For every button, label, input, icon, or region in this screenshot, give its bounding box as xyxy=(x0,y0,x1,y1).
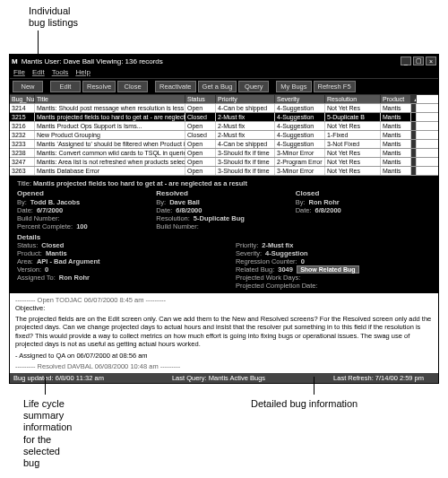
cell-severity: 4-Suggestion xyxy=(275,122,325,130)
query-button[interactable]: Query xyxy=(238,81,269,92)
opened-build xyxy=(64,214,153,222)
status-last-refresh: Last Refresh: 7/14/00 2:59 pm xyxy=(333,374,435,382)
cell-title: Mantis Product Ops Support is Isms... xyxy=(35,122,185,130)
resolved-date: 6/8/2000 xyxy=(176,206,291,214)
col-product[interactable]: Product xyxy=(381,95,411,103)
cell-status: Closed xyxy=(185,131,216,139)
window-title: Mantis User: Dave Ball Viewing: 136 reco… xyxy=(22,57,163,65)
opened-by: Todd B. Jacobs xyxy=(30,198,152,206)
col-status[interactable]: Status xyxy=(185,95,216,103)
cell-status: Open xyxy=(185,149,216,157)
toolbar: New Edit Resolve Close Reactivate Get a … xyxy=(10,78,438,95)
scrollbar-track[interactable] xyxy=(411,122,417,130)
scrollbar-track[interactable] xyxy=(411,113,417,121)
reactivate-button[interactable]: Reactivate xyxy=(155,81,195,92)
status-last-query: Last Query: Mantis Active Bugs xyxy=(172,374,276,382)
get-a-bug-button[interactable]: Get a Bug xyxy=(198,81,237,92)
table-row[interactable]: 3263Mantis Database ErrorOpen3-Should fi… xyxy=(10,167,438,176)
cell-resolution: 5-Duplicate B xyxy=(325,113,381,121)
scrollbar-track[interactable] xyxy=(411,140,417,148)
table-row[interactable]: 3238Mantis: Convert common wild cards to… xyxy=(10,149,438,158)
app-window: M Mantis User: Dave Ball Viewing: 136 re… xyxy=(9,54,439,384)
cell-resolution: Not Yet Res xyxy=(325,158,381,166)
col-resolution[interactable]: Resolution xyxy=(325,95,381,103)
scrollbar-track[interactable] xyxy=(411,104,417,112)
my-bugs-button[interactable]: My Bugs xyxy=(276,81,311,92)
table-row[interactable]: 3216Mantis Product Ops Support is Isms..… xyxy=(10,122,438,131)
table-row[interactable]: 3232New Product GroupingClosed2-Must fix… xyxy=(10,131,438,140)
related-bug: 3049 Show Related Bug xyxy=(278,265,431,274)
cell-product: Mantis xyxy=(381,149,411,157)
assigned-history: - Assigned to QA on 06/07/2000 at 08:56 … xyxy=(15,352,433,360)
projected-work-days xyxy=(304,274,431,282)
table-row[interactable]: 3247Mantis: Area list is not refreshed w… xyxy=(10,158,438,167)
priority-value: 2-Must fix xyxy=(262,241,431,249)
cell-resolution: Not Yet Res xyxy=(325,122,381,130)
cell-product: Mantis xyxy=(381,113,411,121)
col-title[interactable]: Title xyxy=(35,95,185,103)
cell-num: 3238 xyxy=(10,149,35,157)
minimize-button[interactable]: _ xyxy=(401,56,411,65)
show-related-bug-button[interactable]: Show Related Bug xyxy=(297,265,358,274)
cell-title: Mantis: Area list is not refreshed when … xyxy=(35,158,185,166)
assigned-to-value: Ron Rohr xyxy=(59,274,232,282)
cell-resolution: Not Yet Res xyxy=(325,167,381,175)
cell-priority: 3-Should fix if time xyxy=(216,167,275,175)
resolved-heading: Resolved xyxy=(156,189,291,197)
table-row[interactable]: 3214Mantis: Should post message when res… xyxy=(10,104,438,113)
resolve-button[interactable]: Resolve xyxy=(82,81,116,92)
grid-header[interactable]: Bug_Num Title Status Priority Severity R… xyxy=(10,95,438,104)
close-button-tb[interactable]: Close xyxy=(117,81,148,92)
cell-num: 3214 xyxy=(10,104,35,112)
menu-file[interactable]: File xyxy=(13,68,25,76)
cell-priority: 4-Can be shipped xyxy=(216,104,275,112)
resolution-value: 5-Duplicate Bug xyxy=(194,214,292,222)
cell-num: 3233 xyxy=(10,140,35,148)
scrollbar-track[interactable] xyxy=(411,167,417,175)
open-history-line: --------- Open TODJAC 06/07/2000 8:45 am… xyxy=(15,296,433,304)
regression-counter: 0 xyxy=(301,257,431,265)
cell-title: Mantis projected fields too hard to get … xyxy=(35,113,185,121)
status-updated: Bug updated: 6/8/00 11:32 am xyxy=(13,374,115,382)
cell-severity: 2-Program Error xyxy=(275,158,325,166)
refresh-button[interactable]: Refresh F5 xyxy=(314,81,356,92)
menu-tools[interactable]: Tools xyxy=(52,68,69,76)
objective-text: The projected fields are on the Edit scr… xyxy=(15,315,433,349)
scroll-arrow-up-icon[interactable]: ▲ xyxy=(411,95,417,103)
cell-resolution: 1-Fixed xyxy=(325,131,381,139)
resolved-history-line: --------- Resolved DAVBAL 06/08/2000 10:… xyxy=(15,362,433,370)
new-button[interactable]: New xyxy=(13,81,43,92)
titlebar: M Mantis User: Dave Ball Viewing: 136 re… xyxy=(10,55,438,67)
scrollbar-track[interactable] xyxy=(411,158,417,166)
annotation-bottom-right: Detailed bug information xyxy=(251,398,358,410)
detail-title-label: Title: xyxy=(17,179,31,187)
severity-value: 4-Suggestion xyxy=(265,249,431,257)
cell-priority: 2-Must fix xyxy=(216,131,275,139)
scrollbar-track[interactable] xyxy=(411,131,417,139)
cell-priority: 2-Must fix xyxy=(216,122,275,130)
cell-num: 3247 xyxy=(10,158,35,166)
maximize-button[interactable]: ▢ xyxy=(413,56,424,65)
edit-button[interactable]: Edit xyxy=(50,81,81,92)
table-row[interactable]: 3215Mantis projected fields too hard to … xyxy=(10,113,438,122)
annotation-top: Individual bug listings xyxy=(29,5,78,29)
percent-complete: 100 xyxy=(76,222,152,230)
cell-priority: 4-Can be shipped xyxy=(216,140,275,148)
col-num[interactable]: Bug_Num xyxy=(10,95,35,103)
cell-product: Mantis xyxy=(381,131,411,139)
cell-product: Mantis xyxy=(381,158,411,166)
close-button[interactable]: × xyxy=(426,56,436,65)
cell-severity: 4-Suggestion xyxy=(275,113,325,121)
col-severity[interactable]: Severity xyxy=(275,95,325,103)
scrollbar-track[interactable] xyxy=(411,149,417,157)
menu-edit[interactable]: Edit xyxy=(32,68,45,76)
cell-status: Open xyxy=(185,122,216,130)
menu-help[interactable]: Help xyxy=(75,68,90,76)
cell-severity: 4-Suggestion xyxy=(275,131,325,139)
objective-label: Objective: xyxy=(15,304,433,312)
bug-grid[interactable]: Bug_Num Title Status Priority Severity R… xyxy=(10,95,438,176)
cell-title: Mantis Database Error xyxy=(35,167,185,175)
annotation-bottom-left: Life cycle summary information for the s… xyxy=(23,398,95,469)
col-priority[interactable]: Priority xyxy=(216,95,275,103)
table-row[interactable]: 3233Mantis 'Assigned to' should be filte… xyxy=(10,140,438,149)
